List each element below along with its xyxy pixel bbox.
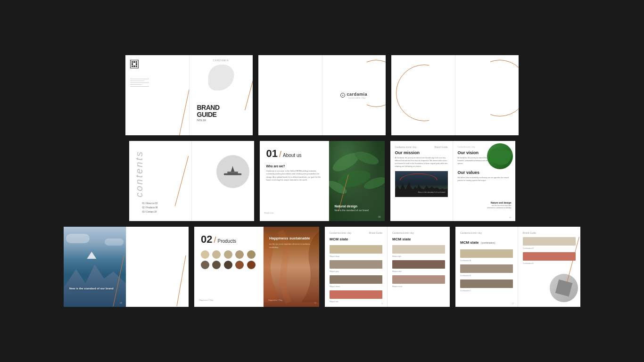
mountains-right-line (176, 255, 186, 307)
contents-item-1: 01 / About us 03 (142, 201, 158, 206)
mission-header-right: Brand Guide (434, 146, 447, 148)
mcm-label-3: Waipori brown (330, 286, 382, 288)
about-description: Cardamia is a pioneer in the field of MC… (266, 170, 322, 182)
logo-name: cardamia sustainable clay (347, 92, 367, 99)
mcm-combo-header: Cardamia iconic clay (460, 231, 513, 234)
cloud-right (105, 239, 124, 246)
combo-sample-3 (460, 280, 513, 288)
line (130, 82, 149, 83)
about-slash: / (279, 149, 281, 159)
mountains-page-num: 09 (120, 302, 122, 304)
natural-design-text: Natural design (335, 204, 369, 209)
mcm-right-title: MCM slate (392, 237, 445, 241)
mountains-right (126, 227, 189, 307)
svg-point-5 (353, 149, 380, 167)
mcm-label-4: Waipori rust (330, 301, 382, 303)
mcm-sample-3 (330, 275, 382, 284)
mission-text: At Cardamia, the journey we started over… (395, 157, 448, 168)
leaf-detail (487, 145, 512, 167)
mcm-combo-right-header: Brand Guide (523, 231, 576, 234)
qr-cell (132, 61, 133, 63)
mountains-left: New is the standard of our brand 09 (64, 227, 126, 307)
ship-image-circle (216, 155, 249, 188)
mission-right: Cardamia iconic clay Our vision At Carda… (453, 141, 515, 221)
swatch-7 (212, 261, 221, 269)
spread-about[interactable]: 01 / About us Who are we? Cardamia is a … (260, 141, 385, 221)
mcm-header-right: Brand Guide (369, 231, 382, 234)
mcm-combo-left: Cardamia iconic clay MCM slate (combinat… (455, 227, 518, 307)
products-right-text: Happiness sustainable are the two most i… (269, 236, 319, 249)
qr-cell (136, 61, 137, 63)
contents-orange-line (174, 156, 188, 206)
spread-cardamia-logo[interactable]: ✦ cardamia sustainable clay (258, 55, 386, 135)
mcm-right: Cardamia iconic clay MCM slate Waipori l… (388, 227, 450, 307)
mcm-header: Cardamia iconic clay Brand Guide (330, 231, 382, 234)
brand-guide-title: BRANDGUIDE/VOL.19 (197, 104, 220, 122)
product-swatches (201, 250, 256, 269)
about-natural-container: Natural design New is the standard of ou… (335, 204, 369, 212)
values-text: We believe that sustainability and beaut… (458, 177, 511, 182)
mcm-right-header-text: Cardamia iconic clay (392, 231, 414, 234)
swatch-1 (201, 250, 209, 259)
mission-header: Cardamia iconic clay Brand Guide (395, 146, 448, 148)
contents-items: 01 / About us 03 02 / Products 08 03 / C… (142, 201, 158, 214)
qr-cell (136, 63, 137, 65)
combo-right-label-2: Combination E (523, 263, 576, 264)
spread-mountains[interactable]: New is the standard of our brand 09 (64, 227, 189, 307)
spread-decorative[interactable] (391, 55, 519, 135)
mcm-sample-r1 (392, 245, 445, 254)
orange-line-decoration (245, 65, 253, 110)
about-right: Natural design New is the standard of ou… (329, 141, 385, 221)
combo-sample-2 (460, 264, 513, 273)
spread-mission[interactable]: Cardamia iconic clay Brand Guide Our mis… (390, 141, 515, 221)
about-page-num: 06 (378, 215, 381, 218)
mcm-combo-title: MCM slate (460, 240, 479, 245)
spread-brand-guide[interactable]: cardamia BRANDGUIDE/VOL.19 (125, 55, 253, 135)
combo-sample-1 (460, 249, 513, 258)
combo-page-num: 12 (512, 302, 514, 304)
decorative-right (455, 55, 519, 135)
logo-symbol: ✦ (340, 93, 345, 98)
swatch-10 (247, 261, 256, 269)
about-page-label: Read more... (264, 212, 275, 214)
combo-circle-content (550, 274, 578, 302)
mcm-label-r1: Waipori light (392, 255, 445, 257)
about-number-title: 01 / About us (266, 148, 322, 160)
products-right: Happiness sustainable are the two most i… (264, 227, 319, 307)
city-image: New is the standard of our brand (395, 171, 448, 197)
about-who-title: Who are we? (266, 165, 322, 168)
new-standard-text: New is the standard of our brand (335, 209, 369, 212)
mcm-label-r3: Waipori stone (392, 286, 445, 288)
mountains-brand-text: New is the standard of our brand (69, 287, 114, 290)
products-slash: / (214, 235, 216, 245)
combo-label-3: Combination C (460, 290, 513, 292)
mcm-combo-right-header-text: Brand Guide (523, 231, 536, 234)
mission-left: Cardamia iconic clay Brand Guide Our mis… (390, 141, 453, 221)
mcm-sample-r2 (392, 260, 445, 269)
row-3: New is the standard of our brand 09 02 /… (64, 227, 580, 307)
mission-title: Our mission (395, 150, 448, 155)
spread-products[interactable]: 02 / Products (194, 227, 319, 307)
orange-arc-right (471, 60, 519, 116)
qr-code (130, 60, 139, 68)
spread-contents[interactable]: contents 01 / About us 03 02 / Products … (129, 141, 254, 221)
qr-cell (133, 63, 135, 65)
mcm-label-2: Waipori grey (330, 271, 382, 272)
spread-mcm-slate[interactable]: Cardamia iconic clay Brand Guide MCM sla… (325, 227, 450, 307)
products-number-title: 02 / Products (201, 233, 256, 246)
ship-svg (222, 165, 243, 179)
swatch-4 (235, 250, 244, 259)
spread-mcm-combo[interactable]: Cardamia iconic clay MCM slate (combinat… (455, 227, 580, 307)
cardamia-center-logo: ✦ cardamia sustainable clay (340, 92, 367, 99)
mcm-sample-4 (330, 290, 382, 299)
orange-arc-decoration (353, 60, 386, 107)
mcm-combo-title-wrap: MCM slate (combination) (460, 237, 513, 246)
mission-page-num: 08 (509, 216, 511, 219)
mcm-left: Cardamia iconic clay Brand Guide MCM sla… (325, 227, 388, 307)
swatch-6 (201, 261, 209, 269)
orange-slash-decoration (179, 75, 190, 135)
about-title: About us (283, 153, 301, 158)
brand-guide-vol: /VOL.19 (197, 119, 220, 122)
mcm-sample-r3 (392, 275, 445, 284)
decorative-lines (130, 79, 149, 88)
